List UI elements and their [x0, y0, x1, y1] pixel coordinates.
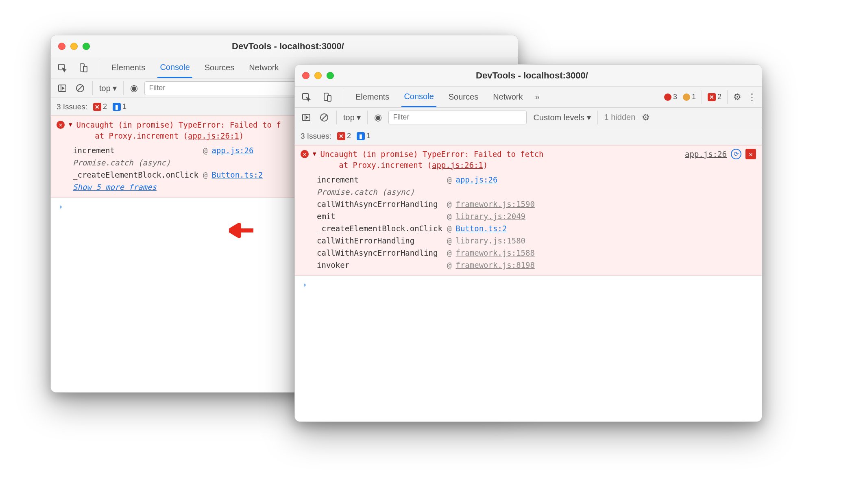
- source-link[interactable]: framework.js:1588: [455, 248, 534, 257]
- context-selector[interactable]: top ▾: [99, 83, 117, 93]
- source-link[interactable]: framework.js:8198: [455, 261, 534, 269]
- error-source-link[interactable]: app.js:26:1: [432, 161, 483, 169]
- console-toolbar: top ▾ ◉ Custom levels ▾ 1 hidden ⚙: [295, 108, 762, 127]
- error-right-actions: app.js:26 ⟳ ✕: [685, 149, 756, 159]
- stack-frame: callWithAsyncErrorHandling@framework.js:…: [317, 198, 756, 210]
- sidebar-toggle-icon[interactable]: [301, 112, 312, 123]
- console-body: ✕ ▼ Uncaught (in promise) TypeError: Fai…: [295, 145, 762, 421]
- separator: [367, 111, 368, 124]
- titlebar: DevTools - localhost:3000/: [51, 35, 518, 57]
- context-selector[interactable]: top ▾: [343, 113, 361, 122]
- error-count[interactable]: 3: [664, 93, 677, 101]
- devtools-window-expanded: DevTools - localhost:3000/ Elements Cons…: [294, 64, 762, 422]
- collapse-toggle-icon[interactable]: ▼: [313, 150, 316, 157]
- svg-marker-5: [63, 87, 64, 89]
- device-icon[interactable]: [78, 62, 89, 74]
- tab-network[interactable]: Network: [246, 57, 281, 78]
- source-link[interactable]: Button.ts:2: [211, 170, 263, 179]
- error-text: Uncaught (in promise) TypeError: Failed …: [320, 149, 543, 170]
- issues-info[interactable]: ▮1: [357, 132, 370, 140]
- stack-frame: increment@app.js:26: [317, 174, 756, 186]
- settings-icon[interactable]: ⚙: [733, 92, 741, 102]
- source-link[interactable]: app.js:26: [685, 150, 727, 159]
- stack-frame: _createElementBlock.onClick@Button.ts:2: [317, 222, 756, 235]
- issues-label: 3 Issues:: [57, 102, 87, 111]
- window-title: DevTools - localhost:3000/: [338, 70, 754, 81]
- traffic-lights: [58, 43, 90, 50]
- error-text: Uncaught (in promise) TypeError: Failed …: [76, 119, 281, 141]
- tab-console[interactable]: Console: [157, 57, 192, 78]
- source-link[interactable]: library.js:2049: [455, 212, 525, 221]
- annotation-arrow-icon: [229, 222, 253, 240]
- tab-network[interactable]: Network: [490, 87, 525, 107]
- source-link[interactable]: framework.js:1590: [455, 200, 534, 209]
- issues-bar: 3 Issues: ✕2 ▮1: [295, 127, 762, 145]
- minimize-icon[interactable]: [314, 72, 322, 79]
- tab-sources[interactable]: Sources: [446, 87, 481, 107]
- stack-trace: increment@app.js:26 Promise.catch (async…: [317, 174, 756, 271]
- reload-icon[interactable]: ⟳: [731, 149, 741, 159]
- error-icon: ✕: [301, 150, 309, 158]
- live-expression-icon[interactable]: ◉: [130, 83, 138, 93]
- dismiss-error-icon[interactable]: ✕: [745, 149, 756, 159]
- error-message: ✕ ▼ Uncaught (in promise) TypeError: Fai…: [295, 145, 762, 276]
- tabbar-right: 3 1 ✕2 ⚙ ⋮: [664, 90, 756, 104]
- collapse-toggle-icon[interactable]: ▼: [69, 121, 72, 128]
- minimize-icon[interactable]: [70, 43, 78, 50]
- close-icon[interactable]: [58, 43, 65, 50]
- source-link[interactable]: app.js:26: [211, 146, 253, 155]
- stack-frame: invoker@framework.js:8198: [317, 259, 756, 271]
- issues-label: 3 Issues:: [301, 132, 331, 141]
- stack-frame: callWithAsyncErrorHandling@framework.js:…: [317, 247, 756, 259]
- tab-elements[interactable]: Elements: [109, 57, 148, 78]
- source-link[interactable]: library.js:1580: [455, 236, 525, 245]
- kebab-menu-icon[interactable]: ⋮: [747, 91, 756, 103]
- zoom-icon[interactable]: [327, 72, 334, 79]
- close-icon[interactable]: [302, 72, 309, 79]
- window-title: DevTools - localhost:3000/: [94, 41, 510, 52]
- more-tabs-icon[interactable]: »: [535, 92, 544, 102]
- tab-sources[interactable]: Sources: [202, 57, 237, 78]
- error-source-link[interactable]: app.js:26:1: [188, 131, 239, 140]
- inspect-icon[interactable]: [57, 62, 68, 74]
- issues-info[interactable]: ▮1: [113, 102, 126, 111]
- console-settings-icon[interactable]: ⚙: [642, 112, 650, 123]
- separator: [727, 90, 728, 104]
- issue-count[interactable]: ✕2: [708, 93, 721, 101]
- inspect-icon[interactable]: [301, 91, 312, 103]
- panel-tabs: Elements Console Sources Network » 3 1 ✕…: [295, 87, 762, 108]
- sidebar-toggle-icon[interactable]: [57, 83, 68, 94]
- svg-marker-13: [307, 117, 308, 118]
- tab-elements[interactable]: Elements: [353, 87, 392, 107]
- source-link[interactable]: Button.ts:2: [455, 224, 507, 233]
- separator: [336, 111, 337, 124]
- clear-console-icon[interactable]: [318, 112, 330, 123]
- hidden-count[interactable]: 1 hidden: [604, 113, 636, 122]
- separator: [123, 81, 124, 95]
- separator: [99, 61, 99, 75]
- svg-line-7: [78, 86, 83, 91]
- stack-frame: callWithErrorHandling@library.js:1580: [317, 235, 756, 247]
- stack-frame-async: Promise.catch (async): [317, 186, 756, 198]
- tab-console[interactable]: Console: [401, 87, 436, 107]
- error-icon: ✕: [57, 121, 65, 129]
- svg-line-15: [322, 115, 327, 120]
- filter-input[interactable]: [388, 111, 527, 124]
- issues-errors[interactable]: ✕2: [337, 132, 351, 140]
- issues-errors[interactable]: ✕2: [93, 102, 107, 111]
- svg-rect-10: [327, 96, 331, 101]
- titlebar: DevTools - localhost:3000/: [295, 65, 762, 87]
- separator: [702, 90, 702, 104]
- console-prompt[interactable]: ›: [295, 276, 762, 293]
- warning-count[interactable]: 1: [683, 93, 696, 101]
- svg-rect-2: [83, 66, 87, 72]
- stack-frame: emit@library.js:2049: [317, 210, 756, 222]
- separator: [92, 81, 93, 95]
- clear-console-icon[interactable]: [74, 83, 86, 94]
- source-link[interactable]: app.js:26: [455, 175, 497, 184]
- zoom-icon[interactable]: [83, 43, 90, 50]
- live-expression-icon[interactable]: ◉: [374, 112, 382, 123]
- device-icon[interactable]: [322, 91, 333, 103]
- separator: [343, 90, 343, 104]
- log-levels-selector[interactable]: Custom levels ▾: [533, 113, 591, 122]
